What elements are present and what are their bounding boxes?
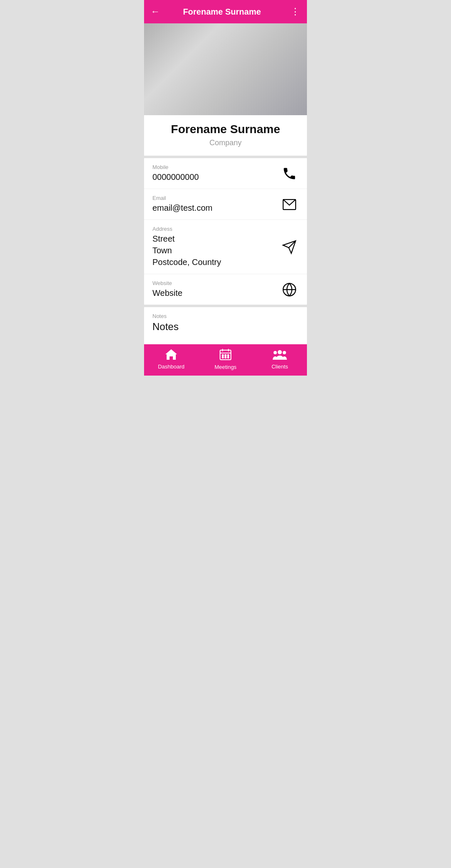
email-text: Email email@test.com [152,195,276,214]
notes-label: Notes [152,313,299,319]
address-label: Address [152,226,276,232]
email-value: email@test.com [152,202,276,214]
address-value: Street Town Postcode, Country [152,233,276,268]
profile-image [144,23,307,115]
phone-icon[interactable] [280,164,299,183]
svg-rect-10 [222,355,223,356]
address-text: Address Street Town Postcode, Country [152,226,276,268]
email-label: Email [152,195,276,201]
content-area: Forename Surname Company Mobile 00000000… [144,23,307,344]
notes-card: Notes Notes [144,307,307,344]
more-menu-button[interactable]: ⋮ [291,6,300,17]
website-value: Website [152,287,276,299]
nav-label-dashboard: Dashboard [158,363,185,370]
svg-point-16 [278,350,282,354]
mobile-text: Mobile 0000000000 [152,164,276,183]
email-icon[interactable] [280,195,299,214]
svg-rect-14 [225,357,226,358]
nav-item-clients[interactable]: Clients [253,344,307,376]
website-text: Website Website [152,280,276,299]
meetings-icon [219,348,232,362]
svg-marker-5 [165,349,177,360]
nav-item-dashboard[interactable]: Dashboard [144,344,198,376]
svg-rect-15 [228,357,229,358]
map-icon[interactable] [280,238,299,256]
svg-rect-12 [228,355,229,356]
profile-card: Forename Surname Company [144,23,307,156]
profile-company: Company [209,139,241,147]
svg-rect-11 [225,355,226,356]
svg-point-17 [274,351,277,354]
svg-point-18 [283,351,286,354]
nav-label-meetings: Meetings [215,364,237,370]
profile-name: Forename Surname [164,123,286,136]
back-button[interactable]: ← [151,7,160,16]
dashboard-icon [165,348,177,362]
contact-info-card: Mobile 0000000000 Email email@test.com [144,158,307,305]
svg-rect-13 [222,357,223,358]
website-label: Website [152,280,276,286]
notes-value: Notes [152,321,299,333]
app-bar: ← Forename Surname ⋮ [144,0,307,23]
clients-icon [273,348,287,362]
mobile-row[interactable]: Mobile 0000000000 [144,158,307,189]
website-row[interactable]: Website Website [144,274,307,305]
nav-item-meetings[interactable]: Meetings [198,344,253,376]
bottom-nav: Dashboard Meetings [144,344,307,376]
app-bar-title: Forename Surname [167,7,277,17]
email-row[interactable]: Email email@test.com [144,189,307,220]
mobile-label: Mobile [152,164,276,170]
nav-label-clients: Clients [271,363,288,370]
address-row[interactable]: Address Street Town Postcode, Country [144,220,307,274]
mobile-value: 0000000000 [152,171,276,183]
globe-icon[interactable] [280,280,299,299]
